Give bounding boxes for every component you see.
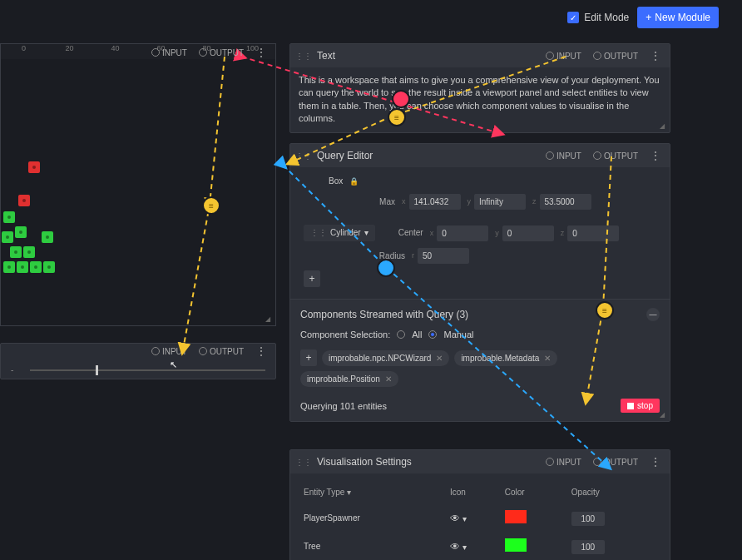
connection-node-icon[interactable]: ≡ xyxy=(388,108,406,126)
new-module-button[interactable]: + New Module xyxy=(637,7,719,28)
chevron-down-icon: ▾ xyxy=(364,227,369,239)
query-status-text: Querying 101 entities xyxy=(300,401,387,411)
resize-handle[interactable]: ◢ xyxy=(265,315,274,324)
max-z-input[interactable] xyxy=(540,194,591,210)
all-radio[interactable] xyxy=(397,330,405,339)
center-label: Center xyxy=(382,227,423,239)
text-input-port[interactable]: INPUT xyxy=(542,50,585,62)
component-tag[interactable]: improbable.Metadata✕ xyxy=(454,350,557,366)
component-tag[interactable]: improbable.Position✕ xyxy=(300,371,398,387)
color-swatch[interactable] xyxy=(505,538,527,552)
col-color: Color xyxy=(502,482,566,503)
timeline-marker: - xyxy=(11,365,13,374)
vis-output-port[interactable]: OUTPUT xyxy=(590,456,641,468)
box-shape-label: Box xyxy=(329,176,343,187)
remove-tag-icon[interactable]: ✕ xyxy=(385,374,392,384)
opacity-input[interactable] xyxy=(571,540,605,554)
text-panel: ⋮⋮Text INPUT OUTPUT ⋮ This is a workspac… xyxy=(289,43,670,133)
viewport-panel: INPUT OUTPUT ⋮ 020406080100 ◢ xyxy=(0,43,276,326)
opacity-input[interactable] xyxy=(571,512,605,526)
component-selection-label: Component Selection: xyxy=(300,330,390,339)
vis-input-port[interactable]: INPUT xyxy=(542,456,585,468)
timeline-output-port[interactable]: OUTPUT xyxy=(195,345,247,358)
viewport-input-port[interactable]: INPUT xyxy=(148,47,190,59)
timeline-input-port[interactable]: INPUT xyxy=(148,345,190,358)
center-z-input[interactable] xyxy=(567,225,619,241)
text-menu-button[interactable]: ⋮ xyxy=(646,49,665,62)
lock-icon: 🔒 xyxy=(349,176,359,187)
color-swatch[interactable] xyxy=(505,510,527,523)
components-title: Components Streamed with Query (3) xyxy=(300,309,468,320)
plus-icon: + xyxy=(646,12,651,23)
center-y-input[interactable] xyxy=(502,225,554,241)
topbar: ✓ Edit Mode + New Module xyxy=(567,7,719,28)
viewport-menu-button[interactable]: ⋮ xyxy=(252,46,270,59)
drag-handle-icon[interactable]: ⋮⋮ xyxy=(295,458,312,467)
visualisation-title: Visualisation Settings xyxy=(317,456,412,468)
query-input-port[interactable]: INPUT xyxy=(542,150,585,162)
remove-tag-icon[interactable]: ✕ xyxy=(436,354,443,363)
text-output-port[interactable]: OUTPUT xyxy=(590,50,641,62)
query-editor-title: Query Editor xyxy=(317,150,373,161)
query-menu-button[interactable]: ⋮ xyxy=(646,149,665,162)
slider-thumb[interactable] xyxy=(96,365,98,375)
col-icon: Icon xyxy=(447,482,500,503)
manual-label: Manual xyxy=(443,330,473,339)
vis-menu-button[interactable]: ⋮ xyxy=(646,455,665,468)
query-output-port[interactable]: OUTPUT xyxy=(590,150,641,162)
edit-mode-label: Edit Mode xyxy=(584,12,629,23)
new-module-label: New Module xyxy=(655,12,710,23)
visualisation-table: Entity Type ▾ Icon Color Opacity PlayerS… xyxy=(299,480,661,560)
drag-handle-icon[interactable]: ⋮⋮ xyxy=(295,52,312,61)
query-editor-panel: ⋮⋮Query Editor INPUT OUTPUT ⋮ Box 🔒 Max … xyxy=(289,143,670,422)
cylinder-shape-toggle[interactable]: ⋮⋮Cylinder ▾ xyxy=(304,225,375,241)
resize-handle[interactable]: ◢ xyxy=(660,122,668,131)
max-y-input[interactable] xyxy=(474,194,526,210)
visibility-icon[interactable]: 👁 xyxy=(450,541,460,553)
stop-icon xyxy=(627,403,634,409)
connection-node-icon[interactable]: ≡ xyxy=(202,196,220,215)
center-x-input[interactable] xyxy=(437,225,488,241)
add-constraint-button[interactable]: + xyxy=(304,270,320,287)
col-entity-type[interactable]: Entity Type ▾ xyxy=(300,482,445,503)
edit-mode-toggle[interactable]: ✓ Edit Mode xyxy=(567,12,629,23)
entity-name: PlayerSpawner xyxy=(300,505,445,532)
add-component-button[interactable]: + xyxy=(300,349,317,366)
max-label: Max xyxy=(354,196,395,208)
remove-tag-icon[interactable]: ✕ xyxy=(544,354,551,363)
text-panel-title: Text xyxy=(317,50,335,62)
connection-node-icon[interactable]: ≡ xyxy=(596,301,614,320)
stop-query-button[interactable]: stop xyxy=(621,399,660,413)
chevron-down-icon[interactable]: ▾ xyxy=(463,543,467,552)
max-x-input[interactable] xyxy=(409,194,461,210)
viewport-canvas[interactable] xyxy=(1,59,275,325)
components-section: Components Streamed with Query (3) — Com… xyxy=(290,299,670,421)
collapse-icon[interactable]: — xyxy=(646,308,660,321)
sort-icon: ▾ xyxy=(347,488,351,497)
entity-name: Tree xyxy=(300,533,445,560)
viewport-output-port[interactable]: OUTPUT xyxy=(195,47,247,59)
component-tag[interactable]: improbable.npc.NPCWizard✕ xyxy=(322,350,449,366)
all-label: All xyxy=(412,330,422,339)
connection-node-icon[interactable] xyxy=(392,90,410,108)
table-row: PlayerSpawner 👁 ▾ xyxy=(300,505,660,532)
resize-handle[interactable]: ◢ xyxy=(660,411,668,419)
col-opacity: Opacity xyxy=(568,482,660,503)
visualisation-settings-panel: ⋮⋮Visualisation Settings INPUT OUTPUT ⋮ … xyxy=(289,449,670,560)
visibility-icon[interactable]: 👁 xyxy=(450,513,460,524)
connection-node-icon[interactable] xyxy=(377,259,395,277)
drag-handle-icon[interactable]: ⋮⋮ xyxy=(295,151,312,161)
timeline-panel: INPUT OUTPUT ⋮ - xyxy=(0,343,276,379)
table-row: Tree 👁 ▾ xyxy=(300,533,660,560)
radius-input[interactable] xyxy=(418,248,469,264)
timeline-menu-button[interactable]: ⋮ xyxy=(252,344,270,358)
chevron-down-icon[interactable]: ▾ xyxy=(463,514,467,523)
text-panel-body: This is a workspace that aims to give yo… xyxy=(290,67,670,132)
checkbox-checked-icon: ✓ xyxy=(567,12,579,23)
manual-radio[interactable] xyxy=(428,330,437,339)
timeline-slider[interactable] xyxy=(30,369,265,371)
